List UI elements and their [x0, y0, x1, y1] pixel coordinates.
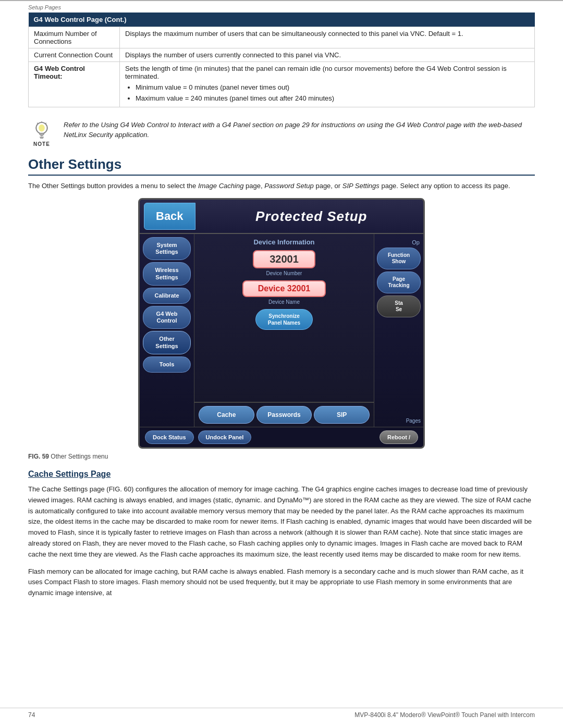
sidebar-btn-other-settings[interactable]: OtherSettings — [143, 331, 191, 354]
cache-settings-heading: Cache Settings Page — [28, 470, 535, 479]
bulb-icon — [31, 120, 52, 140]
table-cell-value: Sets the length of time (in minutes) tha… — [120, 62, 535, 107]
intro-text: The Other Settings button provides a men… — [28, 181, 535, 191]
note-icon: NOTE — [28, 120, 55, 147]
page-label: Setup Pages — [0, 1, 563, 13]
table-section: G4 Web Control Page (Cont.) Maximum Numb… — [28, 13, 535, 107]
dock-status-button[interactable]: Dock Status — [145, 430, 194, 444]
panel-sidebar: SystemSettings WirelessSettings Calibrat… — [140, 234, 194, 427]
table-header: G4 Web Control Page (Cont.) — [29, 13, 535, 27]
table-row: G4 Web Control Timeout: Sets the length … — [29, 62, 535, 107]
panel-main: Device Information 32001 Device Number D… — [194, 234, 374, 427]
reboot-button[interactable]: Reboot / — [380, 430, 418, 444]
panel-right: Op FunctionShow PageTracking StaSe Pages — [374, 234, 423, 427]
device-name-display: Device 32001 — [242, 280, 326, 297]
sidebar-btn-g4web[interactable]: G4 WebControl — [143, 306, 191, 329]
sidebar-btn-tools[interactable]: Tools — [143, 356, 191, 373]
note-label: NOTE — [33, 141, 50, 147]
section-heading: Other Settings — [28, 156, 535, 176]
bullet-list: Minimum value = 0 minutes (panel never t… — [136, 82, 529, 104]
cache-button[interactable]: Cache — [199, 406, 254, 424]
table-cell-value: Displays the number of users currently c… — [120, 48, 535, 62]
note-text: Refer to the Using G4 Web Control to Int… — [64, 120, 535, 140]
cache-paragraph-2: Flash memory can be allocated for image … — [28, 566, 535, 599]
svg-line-6 — [37, 122, 38, 124]
note-box: NOTE Refer to the Using G4 Web Control t… — [28, 120, 535, 147]
table-cell-label: Maximum Number of Connections — [29, 27, 120, 48]
pages-label: Pages — [377, 418, 421, 424]
panel-header: Back Protected Setup — [140, 200, 423, 234]
device-info-title: Device Information — [200, 238, 369, 246]
page-footer: 74 MVP-8400i 8.4" Modero® ViewPoint® Tou… — [0, 708, 563, 719]
footer-page-number: 74 — [28, 711, 35, 719]
panel-bottom-row: Cache Passwords SIP — [194, 402, 374, 427]
table-cell-label: Current Connection Count — [29, 48, 120, 62]
panel-body: SystemSettings WirelessSettings Calibrat… — [140, 234, 423, 427]
passwords-button[interactable]: Passwords — [256, 406, 312, 424]
back-button[interactable]: Back — [144, 203, 195, 230]
panel-screenshot: Back Protected Setup SystemSettings Wire… — [138, 198, 425, 449]
table-row: Current Connection Count Displays the nu… — [29, 48, 535, 62]
device-name-label: Device Name — [200, 299, 369, 305]
settings-table: G4 Web Control Page (Cont.) Maximum Numb… — [28, 13, 535, 107]
sta-se-button[interactable]: StaSe — [377, 295, 421, 317]
footer-product-name: MVP-8400i 8.4" Modero® ViewPoint® Touch … — [354, 711, 535, 719]
panel-footer: Dock Status Undock Panel Reboot / — [140, 427, 423, 447]
svg-line-5 — [45, 122, 46, 124]
footer-dock-row: Dock Status Undock Panel — [145, 430, 251, 444]
sip-button[interactable]: SIP — [314, 406, 370, 424]
op-label: Op — [377, 237, 421, 245]
list-item: Maximum value = 240 minutes (panel times… — [136, 93, 529, 104]
device-number-display: 32001 — [253, 250, 315, 268]
fig-text: Other Settings menu — [51, 453, 108, 460]
panel-main-top: Device Information 32001 Device Number D… — [194, 234, 374, 402]
table-cell-label: G4 Web Control Timeout: — [29, 62, 120, 107]
sidebar-btn-wireless[interactable]: WirelessSettings — [143, 262, 191, 285]
list-item: Minimum value = 0 minutes (panel never t… — [136, 82, 529, 93]
fig-number: FIG. 59 — [28, 453, 49, 460]
undock-panel-button[interactable]: Undock Panel — [198, 430, 252, 444]
table-row: Maximum Number of Connections Displays t… — [29, 27, 535, 48]
main-content: G4 Web Control Page (Cont.) Maximum Numb… — [0, 13, 563, 626]
device-number-label: Device Number — [200, 270, 369, 276]
sidebar-btn-calibrate[interactable]: Calibrate — [143, 288, 191, 304]
table-cell-value: Displays the maximum number of users tha… — [120, 27, 535, 48]
function-show-button[interactable]: FunctionShow — [377, 248, 421, 269]
page-tracking-button[interactable]: PageTracking — [377, 272, 421, 293]
svg-point-3 — [39, 124, 45, 131]
panel-title: Protected Setup — [200, 200, 423, 233]
sidebar-btn-system[interactable]: SystemSettings — [143, 237, 191, 260]
fig-caption: FIG. 59 Other Settings menu — [28, 453, 535, 460]
sync-button[interactable]: SynchronizePanel Names — [255, 309, 313, 330]
cache-paragraph-1: The Cache Settings page (FIG. 60) config… — [28, 484, 535, 560]
